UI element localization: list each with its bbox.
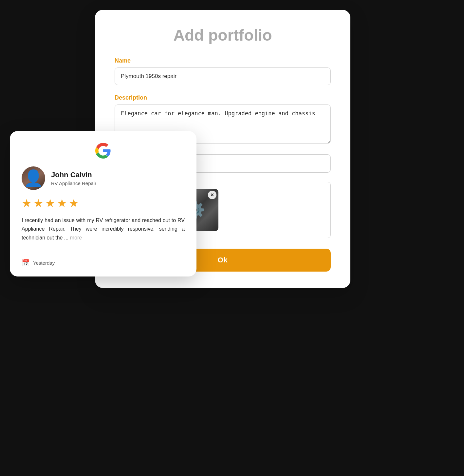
reviewer-business: RV Appliance Repair bbox=[51, 181, 96, 186]
star-2: ★ bbox=[33, 197, 43, 210]
avatar: 👤 bbox=[22, 166, 45, 190]
portfolio-card-title: Add portfolio bbox=[115, 26, 331, 44]
review-divider bbox=[22, 252, 185, 252]
star-5: ★ bbox=[69, 197, 79, 210]
review-footer: 📅 Yesterday bbox=[22, 259, 185, 267]
google-logo bbox=[22, 143, 185, 160]
star-1: ★ bbox=[22, 197, 31, 210]
review-text: I recently had an issue with my RV refri… bbox=[22, 216, 185, 242]
star-rating: ★ ★ ★ ★ ★ bbox=[22, 197, 185, 210]
name-label: Name bbox=[115, 57, 331, 64]
star-4: ★ bbox=[57, 197, 67, 210]
reviewer-info: 👤 John Calvin RV Appliance Repair bbox=[22, 166, 185, 190]
google-g-icon bbox=[95, 143, 111, 159]
name-input[interactable] bbox=[115, 67, 331, 85]
review-date: Yesterday bbox=[33, 260, 55, 266]
reviewer-name: John Calvin bbox=[51, 171, 96, 179]
remove-image-engine-button[interactable]: ✕ bbox=[208, 191, 216, 199]
description-label: Description bbox=[115, 94, 331, 101]
calendar-icon: 📅 bbox=[22, 259, 30, 267]
star-3: ★ bbox=[45, 197, 55, 210]
more-link[interactable]: more bbox=[70, 235, 82, 240]
review-card: 👤 John Calvin RV Appliance Repair ★ ★ ★ … bbox=[10, 131, 196, 276]
